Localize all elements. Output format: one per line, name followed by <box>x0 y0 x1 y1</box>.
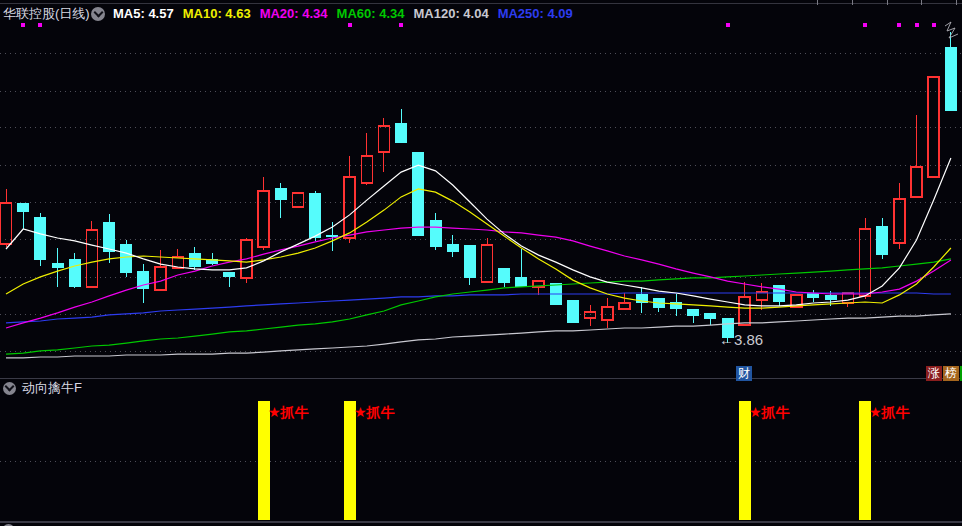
ma-lines-layer <box>6 158 951 358</box>
ma-legend-item-ma250: MA250: 4.09 <box>498 6 573 21</box>
ma-line-ma120 <box>6 314 951 358</box>
catch-bull-signal-label: ★抓牛 <box>354 404 395 422</box>
stock-title: 华联控股(日线) <box>3 5 91 23</box>
stock-chart-window: 华联控股(日线) MA5: 4.57MA10: 4.63MA20: 4.34MA… <box>0 0 962 526</box>
ma-legend-item-ma120: MA120: 4.04 <box>413 6 488 21</box>
ma-legend-item-ma5: MA5: 4.57 <box>113 6 174 21</box>
ma-line-ma10 <box>6 189 951 308</box>
collapse-chevron-icon[interactable] <box>91 7 105 21</box>
ma-legend-item-ma10: MA10: 4.63 <box>183 6 251 21</box>
board-badge[interactable]: 榜 <box>943 366 959 381</box>
indicator-title: 动向擒牛F <box>22 379 82 397</box>
panel-separators <box>0 379 962 523</box>
catch-bull-signal-label: ★抓牛 <box>268 404 309 422</box>
catch-bull-signal-label: ★抓牛 <box>869 404 910 422</box>
low-price-label: ←3.86 <box>719 331 763 348</box>
ma-legend-item-ma60: MA60: 4.34 <box>337 6 405 21</box>
catch-bull-signal-label: ★抓牛 <box>749 404 790 422</box>
candlestick-layer <box>1 32 957 343</box>
chart-canvas[interactable] <box>0 0 962 526</box>
annotation-squiggle <box>945 22 958 38</box>
ma-legend: MA5: 4.57MA10: 4.63MA20: 4.34MA60: 4.34M… <box>113 6 582 21</box>
ma-legend-item-ma20: MA20: 4.34 <box>260 6 328 21</box>
rise-badge[interactable]: 涨 <box>926 366 942 381</box>
main-chart-header: 华联控股(日线) MA5: 4.57MA10: 4.63MA20: 4.34MA… <box>3 0 582 27</box>
finance-badge[interactable]: 财 <box>736 366 752 381</box>
collapse-chevron-icon[interactable] <box>3 382 16 395</box>
indicator-panel-header: 动向擒牛F <box>3 380 82 396</box>
